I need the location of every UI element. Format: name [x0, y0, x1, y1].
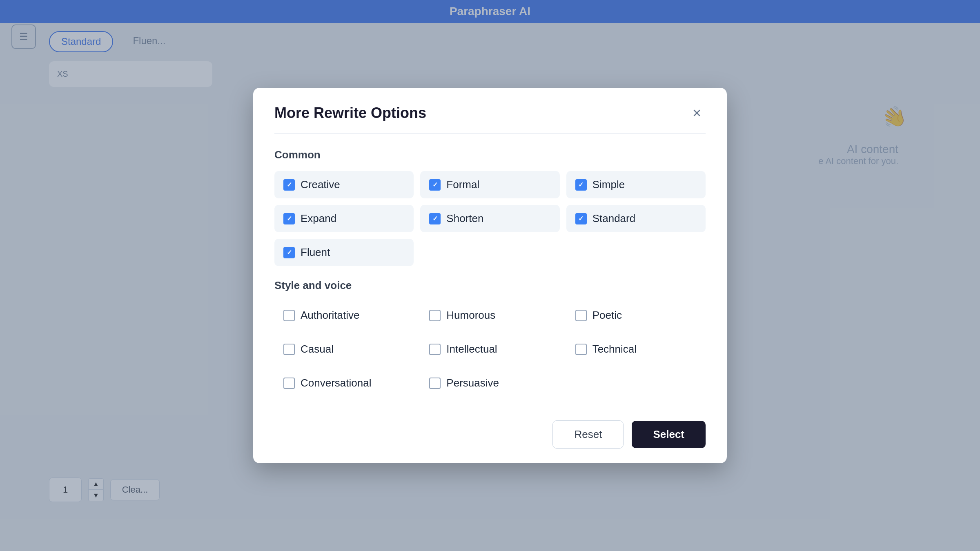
option-simple[interactable]: ✓ Simple	[566, 171, 706, 198]
checkbox-creative: ✓	[283, 179, 295, 191]
option-technical-label: Technical	[592, 343, 637, 355]
option-fluent-label: Fluent	[301, 246, 330, 259]
modal-overlay: More Rewrite Options ✕ Common ✓ Creative…	[0, 0, 980, 551]
option-creative-label: Creative	[301, 178, 340, 191]
option-fluent[interactable]: ✓ Fluent	[274, 239, 414, 266]
section-style-title: Style and voice	[274, 279, 706, 292]
select-button[interactable]: Select	[632, 421, 706, 448]
option-conversational[interactable]: Conversational	[274, 369, 414, 397]
checkbox-humorous	[429, 310, 441, 321]
option-persuasive-label: Persuasive	[446, 377, 499, 389]
checkbox-fluent: ✓	[283, 247, 295, 258]
checkbox-shorten: ✓	[429, 213, 441, 224]
option-creative[interactable]: ✓ Creative	[274, 171, 414, 198]
modal-footer: Reset Select	[253, 412, 727, 463]
style-options-grid: Authoritative Humorous Poetic Casual	[274, 302, 706, 397]
checkbox-poetic	[575, 310, 587, 321]
option-conversational-label: Conversational	[301, 377, 371, 389]
checkbox-authoritative	[283, 310, 295, 321]
checkbox-persuasive	[429, 378, 441, 389]
modal-header: More Rewrite Options ✕	[253, 88, 727, 133]
checkbox-expand: ✓	[283, 213, 295, 224]
checkbox-simple: ✓	[575, 179, 587, 191]
checkbox-casual	[283, 344, 295, 355]
option-casual[interactable]: Casual	[274, 335, 414, 363]
checkbox-conversational	[283, 378, 295, 389]
modal-dialog: More Rewrite Options ✕ Common ✓ Creative…	[253, 88, 727, 463]
option-formal-label: Formal	[446, 178, 479, 191]
option-shorten[interactable]: ✓ Shorten	[420, 205, 559, 232]
reset-button[interactable]: Reset	[552, 420, 624, 449]
option-simple-label: Simple	[592, 178, 625, 191]
checkbox-intellectual	[429, 344, 441, 355]
option-standard-label: Standard	[592, 212, 636, 225]
option-humorous-label: Humorous	[446, 309, 495, 322]
close-icon: ✕	[692, 107, 702, 120]
modal-body: Common ✓ Creative ✓ Formal ✓ Simple	[253, 134, 727, 412]
checkbox-formal: ✓	[429, 179, 441, 191]
option-formal[interactable]: ✓ Formal	[420, 171, 559, 198]
modal-title: More Rewrite Options	[274, 104, 426, 122]
option-expand-label: Expand	[301, 212, 336, 225]
option-technical[interactable]: Technical	[566, 335, 706, 363]
common-options-grid: ✓ Creative ✓ Formal ✓ Simple ✓ Expand	[274, 171, 706, 266]
checkbox-technical	[575, 344, 587, 355]
option-casual-label: Casual	[301, 343, 334, 355]
option-persuasive[interactable]: Persuasive	[420, 369, 559, 397]
section-common-title: Common	[274, 149, 706, 161]
option-poetic-label: Poetic	[592, 309, 622, 322]
checkbox-standard: ✓	[575, 213, 587, 224]
option-shorten-label: Shorten	[446, 212, 483, 225]
option-poetic[interactable]: Poetic	[566, 302, 706, 329]
modal-close-button[interactable]: ✕	[688, 104, 706, 122]
option-humorous[interactable]: Humorous	[420, 302, 559, 329]
option-standard[interactable]: ✓ Standard	[566, 205, 706, 232]
option-intellectual[interactable]: Intellectual	[420, 335, 559, 363]
option-authoritative[interactable]: Authoritative	[274, 302, 414, 329]
option-intellectual-label: Intellectual	[446, 343, 497, 355]
option-expand[interactable]: ✓ Expand	[274, 205, 414, 232]
option-authoritative-label: Authoritative	[301, 309, 360, 322]
